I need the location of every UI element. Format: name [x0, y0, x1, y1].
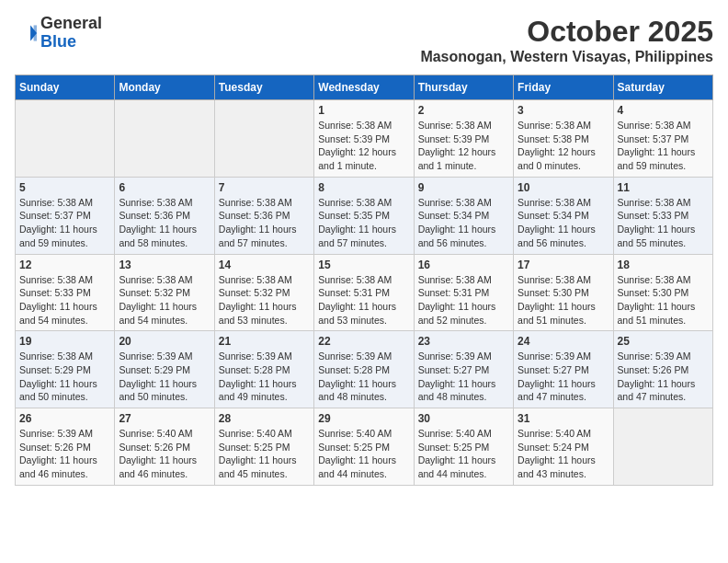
day-number: 4: [618, 104, 709, 117]
calendar-cell: 6Sunrise: 5:38 AM Sunset: 5:36 PM Daylig…: [115, 177, 214, 254]
calendar-week-row: 1Sunrise: 5:38 AM Sunset: 5:39 PM Daylig…: [16, 100, 713, 178]
calendar-cell: [613, 408, 712, 486]
day-info: Sunrise: 5:38 AM Sunset: 5:34 PM Dayligh…: [418, 196, 509, 250]
day-number: 12: [19, 259, 110, 271]
calendar-cell: 25Sunrise: 5:39 AM Sunset: 5:26 PM Dayli…: [613, 331, 712, 408]
weekday-header: Thursday: [414, 75, 513, 100]
day-number: 20: [119, 335, 210, 348]
day-info: Sunrise: 5:38 AM Sunset: 5:37 PM Dayligh…: [618, 119, 709, 173]
calendar-cell: 14Sunrise: 5:38 AM Sunset: 5:32 PM Dayli…: [214, 254, 313, 331]
day-info: Sunrise: 5:39 AM Sunset: 5:28 PM Dayligh…: [219, 350, 310, 404]
month-title: October 2025: [420, 15, 713, 49]
calendar-cell: 13Sunrise: 5:38 AM Sunset: 5:32 PM Dayli…: [115, 254, 214, 331]
calendar-week-row: 26Sunrise: 5:39 AM Sunset: 5:26 PM Dayli…: [16, 408, 713, 486]
calendar-cell: 7Sunrise: 5:38 AM Sunset: 5:36 PM Daylig…: [214, 177, 313, 254]
calendar-cell: 28Sunrise: 5:40 AM Sunset: 5:25 PM Dayli…: [214, 408, 313, 486]
day-info: Sunrise: 5:40 AM Sunset: 5:25 PM Dayligh…: [219, 427, 310, 481]
day-number: 24: [518, 335, 609, 348]
calendar-cell: 5Sunrise: 5:38 AM Sunset: 5:37 PM Daylig…: [16, 177, 115, 254]
calendar-cell: [214, 100, 313, 178]
calendar-cell: 11Sunrise: 5:38 AM Sunset: 5:33 PM Dayli…: [613, 177, 712, 254]
day-number: 15: [318, 259, 409, 271]
day-number: 2: [418, 104, 509, 117]
logo-text: General Blue: [40, 15, 102, 52]
day-info: Sunrise: 5:38 AM Sunset: 5:38 PM Dayligh…: [518, 119, 609, 173]
day-number: 17: [518, 259, 609, 271]
day-number: 31: [518, 412, 609, 425]
weekday-header: Friday: [514, 75, 613, 100]
day-number: 22: [318, 335, 409, 348]
day-info: Sunrise: 5:39 AM Sunset: 5:26 PM Dayligh…: [618, 350, 709, 404]
calendar-cell: 21Sunrise: 5:39 AM Sunset: 5:28 PM Dayli…: [214, 331, 313, 408]
calendar-cell: 17Sunrise: 5:38 AM Sunset: 5:30 PM Dayli…: [514, 254, 613, 331]
day-number: 5: [19, 181, 110, 194]
day-info: Sunrise: 5:38 AM Sunset: 5:30 PM Dayligh…: [618, 273, 709, 327]
day-info: Sunrise: 5:39 AM Sunset: 5:27 PM Dayligh…: [518, 350, 609, 404]
day-info: Sunrise: 5:38 AM Sunset: 5:31 PM Dayligh…: [418, 273, 509, 327]
day-info: Sunrise: 5:38 AM Sunset: 5:39 PM Dayligh…: [318, 119, 409, 173]
calendar-week-row: 5Sunrise: 5:38 AM Sunset: 5:37 PM Daylig…: [16, 177, 713, 254]
calendar-cell: 4Sunrise: 5:38 AM Sunset: 5:37 PM Daylig…: [613, 100, 712, 178]
day-info: Sunrise: 5:40 AM Sunset: 5:25 PM Dayligh…: [318, 427, 409, 481]
day-number: 3: [518, 104, 609, 117]
day-info: Sunrise: 5:38 AM Sunset: 5:29 PM Dayligh…: [19, 350, 110, 404]
day-info: Sunrise: 5:38 AM Sunset: 5:36 PM Dayligh…: [119, 196, 210, 250]
calendar-week-row: 12Sunrise: 5:38 AM Sunset: 5:33 PM Dayli…: [16, 254, 713, 331]
day-number: 25: [618, 335, 709, 348]
day-number: 6: [119, 181, 210, 194]
day-number: 23: [418, 335, 509, 348]
day-info: Sunrise: 5:39 AM Sunset: 5:26 PM Dayligh…: [19, 427, 110, 481]
day-info: Sunrise: 5:40 AM Sunset: 5:24 PM Dayligh…: [518, 427, 609, 481]
day-number: 13: [119, 259, 210, 271]
calendar-cell: 19Sunrise: 5:38 AM Sunset: 5:29 PM Dayli…: [16, 331, 115, 408]
day-info: Sunrise: 5:38 AM Sunset: 5:33 PM Dayligh…: [618, 196, 709, 250]
day-number: 18: [618, 259, 709, 271]
svg-marker-1: [34, 25, 37, 40]
calendar-cell: 20Sunrise: 5:39 AM Sunset: 5:29 PM Dayli…: [115, 331, 214, 408]
weekday-header-row: SundayMondayTuesdayWednesdayThursdayFrid…: [16, 75, 713, 100]
page-header: General Blue October 2025 Masonogan, Wes…: [15, 15, 713, 65]
calendar-week-row: 19Sunrise: 5:38 AM Sunset: 5:29 PM Dayli…: [16, 331, 713, 408]
calendar-cell: 2Sunrise: 5:38 AM Sunset: 5:39 PM Daylig…: [414, 100, 513, 178]
day-info: Sunrise: 5:38 AM Sunset: 5:34 PM Dayligh…: [518, 196, 609, 250]
day-info: Sunrise: 5:38 AM Sunset: 5:37 PM Dayligh…: [19, 196, 110, 250]
calendar-cell: 15Sunrise: 5:38 AM Sunset: 5:31 PM Dayli…: [314, 254, 414, 331]
calendar-cell: 22Sunrise: 5:39 AM Sunset: 5:28 PM Dayli…: [314, 331, 414, 408]
day-number: 30: [418, 412, 509, 425]
logo-icon: [15, 22, 37, 44]
calendar-cell: 24Sunrise: 5:39 AM Sunset: 5:27 PM Dayli…: [514, 331, 613, 408]
day-number: 26: [19, 412, 110, 425]
day-info: Sunrise: 5:40 AM Sunset: 5:25 PM Dayligh…: [418, 427, 509, 481]
logo-general: General: [40, 14, 102, 32]
calendar-cell: [16, 100, 115, 178]
day-number: 10: [518, 181, 609, 194]
day-number: 21: [219, 335, 310, 348]
logo: General Blue: [15, 15, 102, 52]
day-info: Sunrise: 5:39 AM Sunset: 5:28 PM Dayligh…: [318, 350, 409, 404]
weekday-header: Wednesday: [314, 75, 414, 100]
day-info: Sunrise: 5:38 AM Sunset: 5:39 PM Dayligh…: [418, 119, 509, 173]
day-number: 7: [219, 181, 310, 194]
day-number: 27: [119, 412, 210, 425]
calendar-cell: 3Sunrise: 5:38 AM Sunset: 5:38 PM Daylig…: [514, 100, 613, 178]
day-info: Sunrise: 5:38 AM Sunset: 5:33 PM Dayligh…: [19, 273, 110, 327]
day-info: Sunrise: 5:38 AM Sunset: 5:31 PM Dayligh…: [318, 273, 409, 327]
day-number: 8: [318, 181, 409, 194]
day-number: 9: [418, 181, 509, 194]
calendar-cell: [115, 100, 214, 178]
day-number: 16: [418, 259, 509, 271]
day-info: Sunrise: 5:38 AM Sunset: 5:30 PM Dayligh…: [518, 273, 609, 327]
day-number: 14: [219, 259, 310, 271]
day-number: 28: [219, 412, 310, 425]
weekday-header: Monday: [115, 75, 214, 100]
location-title: Masonogan, Western Visayas, Philippines: [420, 49, 713, 65]
weekday-header: Tuesday: [214, 75, 313, 100]
calendar-table: SundayMondayTuesdayWednesdayThursdayFrid…: [15, 75, 713, 486]
calendar-cell: 29Sunrise: 5:40 AM Sunset: 5:25 PM Dayli…: [314, 408, 414, 486]
calendar-cell: 23Sunrise: 5:39 AM Sunset: 5:27 PM Dayli…: [414, 331, 513, 408]
calendar-cell: 30Sunrise: 5:40 AM Sunset: 5:25 PM Dayli…: [414, 408, 513, 486]
day-info: Sunrise: 5:38 AM Sunset: 5:32 PM Dayligh…: [219, 273, 310, 327]
day-info: Sunrise: 5:39 AM Sunset: 5:29 PM Dayligh…: [119, 350, 210, 404]
day-number: 19: [19, 335, 110, 348]
calendar-cell: 27Sunrise: 5:40 AM Sunset: 5:26 PM Dayli…: [115, 408, 214, 486]
